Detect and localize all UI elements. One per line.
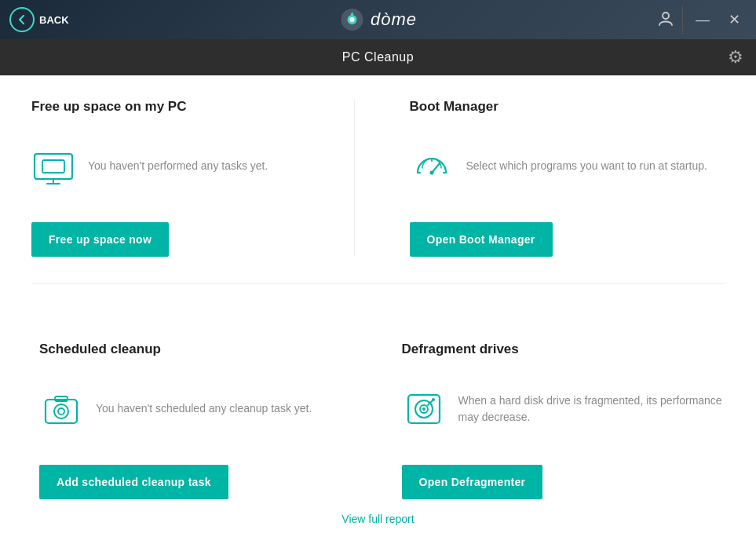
minimize-button[interactable]: — [689,9,716,31]
page-title: PC Cleanup [342,50,414,64]
free-space-icon [31,144,75,188]
card-title-boot: Boot Manager [410,99,725,115]
svg-point-2 [663,13,669,19]
boot-manager-description: Select which programs you want to run at… [466,158,707,174]
svg-rect-13 [46,400,77,423]
sub-header: PC Cleanup ⚙ [0,39,756,75]
footer-link-area: View full report [31,499,725,532]
scheduled-cleanup-card: Scheduled cleanup You haven't scheduled … [31,342,355,499]
logo-icon [339,7,364,32]
main-content: Free up space on my PC You haven't perfo… [0,75,756,548]
back-label: BACK [39,14,69,26]
card-body-scheduled: You haven't scheduled any cleanup task y… [39,371,355,446]
cards-divider [31,283,725,284]
scheduled-cleanup-icon [39,387,83,431]
svg-point-14 [54,404,68,418]
svg-point-1 [349,17,354,22]
defrag-icon [402,387,446,431]
logo-area: dòme [339,7,417,32]
svg-rect-4 [42,160,64,173]
card-body-free-space: You haven't performed any tasks yet. [31,129,331,203]
boot-manager-icon [410,144,454,188]
free-up-space-button[interactable]: Free up space now [31,222,169,257]
svg-rect-3 [35,154,72,179]
defrag-description: When a hard disk drive is fragmented, it… [458,393,725,426]
scheduled-cleanup-description: You haven't scheduled any cleanup task y… [96,400,312,417]
view-full-report-link[interactable]: View full report [341,513,414,525]
window-controls: — ✕ [649,6,747,34]
open-defragmenter-button[interactable]: Open Defragmenter [402,465,543,499]
settings-icon[interactable]: ⚙ [728,47,743,68]
card-title-free-space: Free up space on my PC [31,99,331,115]
svg-point-20 [422,407,425,411]
cards-grid: Free up space on my PC You haven't perfo… [31,99,725,499]
card-title-scheduled: Scheduled cleanup [39,342,355,357]
svg-point-9 [429,170,433,174]
close-button[interactable]: ✕ [722,8,747,31]
logo-text: dòme [371,9,417,30]
back-button[interactable]: BACK [9,7,69,32]
boot-manager-card: Boot Manager Se [402,99,725,257]
svg-point-22 [432,398,435,401]
free-up-space-card: Free up space on my PC You haven't perfo… [31,99,355,257]
user-icon[interactable] [649,6,683,34]
card-body-boot: Select which programs you want to run at… [410,129,725,203]
card-body-defrag: When a hard disk drive is fragmented, it… [402,371,725,446]
svg-point-15 [58,408,64,415]
card-title-defrag: Defragment drives [402,342,725,357]
defragment-drives-card: Defragment drives When a hard disk drive [402,342,725,499]
open-boot-manager-button[interactable]: Open Boot Manager [410,222,553,257]
back-circle-icon [9,7,35,32]
add-scheduled-task-button[interactable]: Add scheduled cleanup task [39,465,228,499]
title-bar: BACK dòme — ✕ [0,0,756,39]
free-space-description: You haven't performed any tasks yet. [88,158,268,174]
